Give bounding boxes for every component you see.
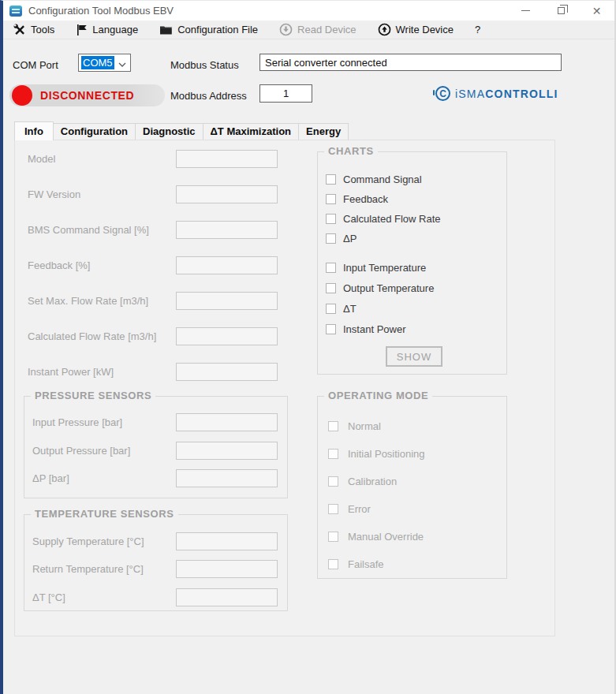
charts-group: CHARTS Command Signal Feedback Calculate… — [317, 151, 507, 375]
initial-positioning-checkbox[interactable] — [328, 449, 338, 459]
pressure-sensors-title: PRESSURE SENSORS — [31, 390, 155, 401]
delta-p-checkbox[interactable] — [326, 233, 336, 244]
field-row-return-temperature: Return Temperature [°C] — [32, 560, 285, 578]
field-row-delta-p: ΔP [bar] — [32, 469, 285, 487]
bms-command-label: BMS Command Signal [%] — [28, 224, 149, 236]
chart-option-delta-t[interactable]: ΔT — [326, 301, 357, 315]
tab-configuration[interactable]: Configuration — [53, 123, 136, 140]
manual-override-checkbox[interactable] — [328, 532, 338, 542]
chart-option-input-temperature[interactable]: Input Temperature — [326, 260, 426, 274]
error-checkbox[interactable] — [328, 504, 338, 514]
tab-panel-info: Model FW Version BMS Command Signal [%] … — [14, 140, 555, 636]
chart-option-output-temperature[interactable]: Output Temperature — [326, 281, 434, 295]
temperature-sensors-title: TEMPERATURE SENSORS — [31, 508, 178, 520]
com-port-select[interactable]: COM5 — [78, 54, 131, 72]
tab-energy[interactable]: Energy — [298, 123, 349, 140]
chevron-down-icon — [118, 56, 126, 70]
initial-positioning-label: Initial Positioning — [348, 448, 425, 460]
supply-temperature-label: Supply Temperature [°C] — [32, 535, 144, 547]
modbus-status-label: Modbus Status — [170, 59, 239, 71]
tools-icon — [13, 24, 26, 36]
close-icon: ✕ — [592, 6, 602, 17]
calculated-flow-label: Calculated Flow Rate [m3/h] — [28, 330, 156, 342]
flag-icon — [76, 24, 88, 36]
chart-option-instant-power[interactable]: Instant Power — [326, 322, 406, 336]
menu-help[interactable]: ? — [475, 24, 480, 35]
failsafe-checkbox[interactable] — [328, 559, 338, 569]
delta-p-field — [176, 469, 278, 487]
model-field — [176, 150, 278, 168]
chart-option-command-signal[interactable]: Command Signal — [326, 172, 422, 186]
connection-status-indicator: DISCONNECTED — [9, 84, 165, 106]
menu-bar: Tools Language Configuration File Read D… — [3, 21, 614, 39]
menu-read-device[interactable]: Read Device — [279, 23, 356, 36]
mode-manual-override[interactable]: Manual Override — [328, 529, 424, 543]
menu-read-device-label: Read Device — [297, 24, 356, 35]
tab-info[interactable]: Info — [14, 121, 54, 140]
tab-diagnostic[interactable]: Diagnostic — [135, 123, 203, 140]
feedback-checkbox[interactable] — [326, 194, 336, 204]
menu-tools[interactable]: Tools — [13, 24, 54, 36]
command-signal-checkbox[interactable] — [326, 174, 336, 185]
instant-power-checkbox[interactable] — [326, 324, 336, 334]
feedback-label: Feedback [%] — [28, 259, 91, 271]
minimize-button[interactable] — [508, 1, 543, 21]
chart-option-delta-p[interactable]: ΔP — [326, 231, 357, 245]
menu-language-label: Language — [92, 24, 138, 35]
supply-temperature-field — [176, 532, 278, 550]
isma-logo-icon: C — [435, 86, 450, 101]
normal-checkbox[interactable] — [328, 421, 338, 431]
manual-override-label: Manual Override — [348, 531, 424, 543]
field-row-fw-version: FW Version — [28, 185, 290, 203]
field-row-output-pressure: Output Pressure [bar] — [32, 442, 285, 460]
calculated-flow-chart-label: Calculated Flow Rate — [343, 213, 441, 225]
menu-configuration-file-label: Configuration File — [177, 24, 258, 35]
close-button[interactable]: ✕ — [579, 1, 614, 21]
input-temperature-checkbox[interactable] — [326, 263, 336, 273]
mode-initial-positioning[interactable]: Initial Positioning — [328, 446, 425, 461]
modbus-address-field[interactable]: 1 — [259, 84, 312, 103]
mode-failsafe[interactable]: Failsafe — [328, 557, 384, 571]
chart-option-calculated-flow[interactable]: Calculated Flow Rate — [326, 211, 441, 226]
input-pressure-field — [176, 413, 278, 431]
fw-version-label: FW Version — [28, 188, 80, 200]
feedback-field — [176, 256, 278, 274]
delta-t-chart-label: ΔT — [343, 303, 357, 315]
menu-write-device-label: Write Device — [396, 24, 454, 35]
input-pressure-label: Input Pressure [bar] — [32, 416, 122, 428]
fw-version-field — [176, 185, 278, 203]
delta-p-label: ΔP [bar] — [32, 472, 69, 484]
mode-calibration[interactable]: Calibration — [328, 474, 397, 488]
calculated-flow-checkbox[interactable] — [326, 214, 336, 224]
menu-language[interactable]: Language — [76, 24, 138, 36]
menu-configuration-file[interactable]: Configuration File — [159, 24, 258, 36]
tab-dt-maximization[interactable]: ΔT Maximization — [203, 123, 300, 140]
operating-mode-group: OPERATING MODE Normal Initial Positionin… — [317, 396, 507, 579]
show-button[interactable]: SHOW — [386, 346, 442, 367]
brand-name-regular: iSMA — [455, 88, 485, 100]
restore-button[interactable] — [543, 1, 579, 21]
failsafe-label: Failsafe — [348, 558, 384, 570]
delta-t-checkbox[interactable] — [326, 304, 336, 314]
model-label: Model — [28, 153, 55, 165]
modbus-address-label: Modbus Address — [170, 90, 247, 102]
mode-normal[interactable]: Normal — [328, 419, 381, 433]
isma-controlli-logo: C iSMACONTROLLI — [435, 86, 558, 101]
com-port-label: COM Port — [13, 59, 58, 71]
calibration-checkbox[interactable] — [328, 476, 338, 487]
brand-name-bold: CONTROLLI — [485, 88, 558, 100]
menu-tools-label: Tools — [31, 24, 54, 35]
menu-help-label: ? — [475, 24, 480, 35]
output-temperature-label: Output Temperature — [343, 282, 434, 294]
bms-command-field — [176, 221, 278, 239]
menu-write-device[interactable]: Write Device — [378, 23, 454, 36]
field-row-set-max-flow: Set Max. Flow Rate [m3/h] — [28, 292, 290, 310]
return-temperature-label: Return Temperature [°C] — [32, 563, 144, 575]
field-row-feedback: Feedback [%] — [28, 256, 290, 274]
mode-error[interactable]: Error — [328, 502, 371, 516]
output-temperature-checkbox[interactable] — [326, 283, 336, 293]
chart-option-feedback[interactable]: Feedback — [326, 192, 388, 206]
delta-p-chart-label: ΔP — [343, 233, 357, 244]
instant-power-field — [176, 363, 278, 381]
modbus-status-field[interactable]: Serial converter connected — [259, 54, 562, 71]
